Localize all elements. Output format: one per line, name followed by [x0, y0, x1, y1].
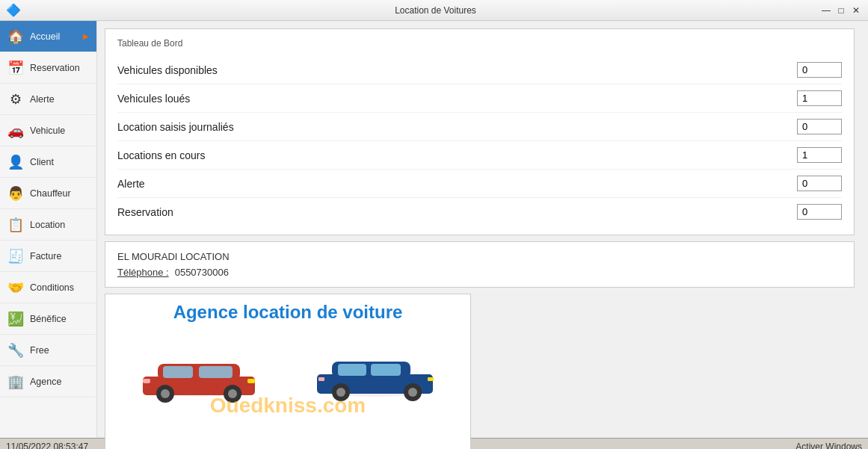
svg-rect-3 [163, 366, 193, 378]
sidebar-label-free: Free [30, 345, 49, 356]
chauffeur-icon: 👨 [7, 185, 24, 202]
sidebar-item-facture[interactable]: 🧾 Facture [0, 241, 96, 272]
stat-row-reservation: Reservation [117, 197, 842, 226]
dashboard-panel: Tableau de Bord Vehicules disponibles Ve… [105, 28, 855, 235]
stat-label-vehicules-loues: Vehicules loués [117, 93, 797, 105]
car-cell-4 [291, 422, 463, 449]
stats-container: Vehicules disponibles Vehicules loués Lo… [117, 56, 842, 226]
sidebar-item-accueil[interactable]: 🏠 Accueil [0, 21, 96, 52]
dashboard-title: Tableau de Bord [117, 38, 842, 49]
stat-row-vehicules-disponibles: Vehicules disponibles [117, 56, 842, 84]
sidebar-item-client[interactable]: 👤 Client [0, 146, 96, 178]
sidebar-item-agence[interactable]: 🏢 Agence [0, 366, 96, 397]
car-image-area: Agence location de voiture [105, 294, 471, 449]
car-cell-1 [113, 329, 285, 416]
location-icon: 📋 [7, 217, 24, 233]
title-bar: 🔷 Location de Voitures — □ ✕ [0, 0, 868, 21]
svg-rect-14 [338, 364, 366, 376]
conditions-icon: 🤝 [7, 279, 24, 296]
stat-value-vehicules-loues[interactable] [797, 90, 842, 106]
sidebar-label-accueil: Accueil [30, 31, 60, 42]
accueil-icon: 🏠 [7, 28, 24, 45]
svg-rect-15 [371, 364, 401, 376]
stat-value-vehicules-disponibles[interactable] [797, 62, 842, 78]
sidebar-label-facture: Facture [30, 251, 61, 261]
stat-row-alerte: Alerte [117, 169, 842, 197]
company-name: EL MOURADI LOCATION [117, 251, 842, 262]
stat-row-vehicules-loues: Vehicules loués [117, 84, 842, 112]
maximize-button[interactable]: □ [835, 4, 847, 16]
sidebar-label-chauffeur: Chauffeur [30, 188, 71, 199]
sidebar-item-chauffeur[interactable]: 👨 Chauffeur [0, 178, 96, 209]
free-icon: 🔧 [7, 342, 24, 359]
app-body: 🏠 Accueil 📅 Reservation ⚙ Alerte 🚗 Vehic… [0, 21, 868, 438]
window-controls[interactable]: — □ ✕ [820, 4, 862, 16]
sidebar-item-conditions[interactable]: 🤝 Conditions [0, 272, 96, 303]
sidebar-item-vehicule[interactable]: 🚗 Vehicule [0, 115, 96, 146]
reservation-icon: 📅 [7, 60, 24, 76]
stat-row-locations-en-cours: Locations en cours [117, 140, 842, 169]
company-info-panel: EL MOURADI LOCATION Téléphone : 05507300… [105, 241, 855, 288]
client-icon: 👤 [7, 154, 24, 170]
svg-rect-21 [318, 377, 324, 381]
car-3-svg [113, 429, 285, 450]
sidebar: 🏠 Accueil 📅 Reservation ⚙ Alerte 🚗 Vehic… [0, 21, 97, 438]
sidebar-label-benefice: Béněfice [30, 314, 67, 324]
stat-value-locations-en-cours[interactable] [797, 147, 842, 163]
facture-icon: 🧾 [7, 248, 24, 264]
agency-title: Agence location de voiture [173, 302, 403, 323]
stat-row-location-journalies: Location saisis journaliés [117, 112, 842, 140]
sidebar-label-conditions: Conditions [30, 282, 74, 293]
sidebar-label-alerte: Alerte [30, 94, 55, 105]
sidebar-label-agence: Agence [30, 377, 61, 387]
status-datetime: 11/05/2022 08:53:47 [6, 442, 88, 450]
sidebar-label-location: Location [30, 220, 65, 230]
sidebar-item-alerte[interactable]: ⚙ Alerte [0, 84, 96, 115]
svg-point-6 [161, 389, 170, 398]
close-button[interactable]: ✕ [850, 4, 862, 16]
svg-rect-9 [247, 379, 255, 383]
sidebar-item-reservation[interactable]: 📅 Reservation [0, 52, 96, 84]
sidebar-label-vehicule: Vehicule [30, 126, 65, 136]
minimize-button[interactable]: — [820, 4, 832, 16]
sidebar-item-benefice[interactable]: 💹 Béněfice [0, 303, 96, 335]
vehicule-icon: 🚗 [7, 123, 24, 139]
right-panel: Agence location de voiture [105, 294, 471, 449]
stat-label-locations-en-cours: Locations en cours [117, 149, 797, 161]
benefice-icon: 💹 [7, 311, 24, 327]
phone-value: 0550730006 [175, 267, 229, 278]
svg-point-19 [408, 388, 417, 397]
car-4-svg [291, 429, 463, 450]
car-grid [113, 329, 463, 449]
car-cell-2 [291, 329, 463, 416]
stat-label-reservation: Reservation [117, 206, 797, 218]
stat-value-alerte[interactable] [797, 176, 842, 191]
stat-value-location-journalies[interactable] [797, 119, 842, 134]
car-1-svg [113, 335, 285, 410]
sidebar-item-location[interactable]: 📋 Location [0, 209, 96, 241]
svg-point-8 [228, 389, 237, 398]
car-2-svg [291, 335, 463, 410]
phone-label: Téléphone : [117, 267, 169, 278]
stat-label-alerte: Alerte [117, 178, 797, 190]
svg-rect-10 [143, 379, 150, 383]
sidebar-item-free[interactable]: 🔧 Free [0, 335, 96, 366]
main-content: Tableau de Bord Vehicules disponibles Ve… [97, 21, 868, 438]
alerte-icon: ⚙ [7, 91, 24, 108]
svg-rect-20 [428, 377, 434, 381]
stat-label-location-journalies: Location saisis journaliés [117, 121, 797, 133]
phone-row: Téléphone : 0550730006 [117, 267, 842, 278]
status-right-text: Activer Windows [795, 442, 862, 450]
stat-value-reservation[interactable] [797, 204, 842, 220]
window-title: Location de Voitures [51, 5, 820, 16]
car-cell-3 [113, 422, 285, 449]
svg-rect-4 [199, 366, 233, 378]
svg-point-17 [336, 388, 345, 397]
stat-label-vehicules-disponibles: Vehicules disponibles [117, 64, 797, 76]
sidebar-label-client: Client [30, 157, 54, 167]
sidebar-label-reservation: Reservation [30, 63, 80, 73]
agence-icon: 🏢 [7, 374, 24, 390]
